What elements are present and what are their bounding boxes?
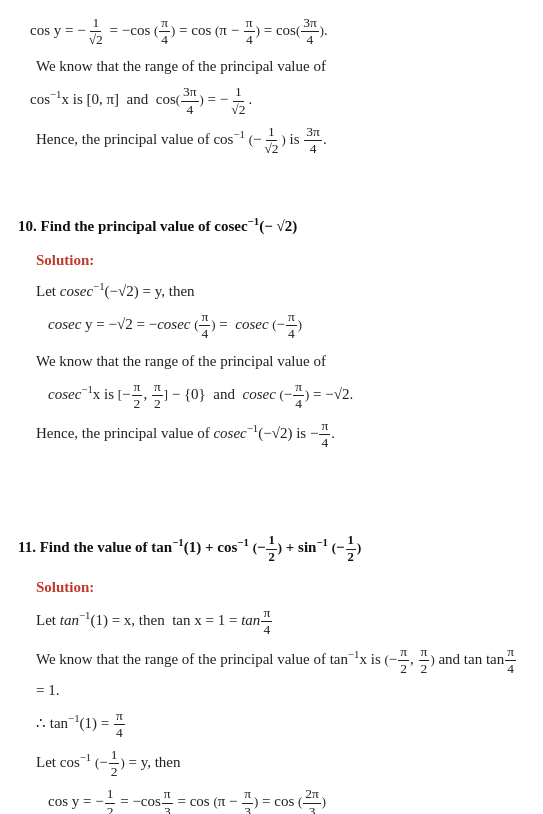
top-text1: We know that the range of the principal …	[36, 54, 525, 78]
p11-line4: Let cos−1 (−12) = y, then	[36, 747, 525, 780]
problem-10-title: 10. Find the principal value of cosec−1(…	[18, 213, 525, 238]
problem-10-solution: Solution: Let cosec−1(−√2) = y, then cos…	[36, 248, 525, 451]
p10-line1: Let cosec−1(−√2) = y, then	[36, 278, 525, 303]
top-hence: Hence, the principal value of cos−1 (−1√…	[36, 124, 525, 157]
problem-11-number: 11.	[18, 539, 36, 555]
p10-line3: We know that the range of the principal …	[36, 349, 525, 373]
problem-11-title: 11. Find the value of tan−1(1) + cos−1 (…	[18, 533, 525, 565]
solution-label-11: Solution:	[36, 575, 525, 599]
top-range-line: cos−1x is [0, π] and cos(3π4) = −1√2.	[30, 84, 525, 117]
top-continuation: cos y = −1√2 = −cos (π4) = cos (π − π4) …	[18, 15, 525, 157]
problem-11: 11. Find the value of tan−1(1) + cos−1 (…	[18, 533, 525, 814]
top-eq1: cos y = −1√2 = −cos (π4) = cos (π − π4) …	[30, 15, 525, 48]
solution-label-10: Solution:	[36, 248, 525, 272]
and-text: and tan	[438, 651, 482, 667]
p11-line3: ∴ tan−1(1) = π4	[36, 708, 525, 741]
p11-line5: cos y = −12 = −cosπ3 = cos (π − π3) = co…	[48, 786, 525, 814]
problem-10-number: 10.	[18, 218, 37, 234]
problem-11-solution: Solution: Let tan−1(1) = x, then tan x =…	[36, 575, 525, 814]
p10-line2: cosec y = −√2 = −cosec (π4) = cosec (−π4…	[48, 309, 525, 342]
p10-line5: Hence, the principal value of cosec−1(−√…	[36, 418, 525, 451]
p10-line4: cosec−1x is [−π2, π2] − {0} and cosec (−…	[48, 379, 525, 412]
problem-10: 10. Find the principal value of cosec−1(…	[18, 213, 525, 451]
p11-line1: Let tan−1(1) = x, then tan x = 1 = tanπ4	[36, 605, 525, 638]
p11-line2: We know that the range of the principal …	[36, 644, 525, 701]
